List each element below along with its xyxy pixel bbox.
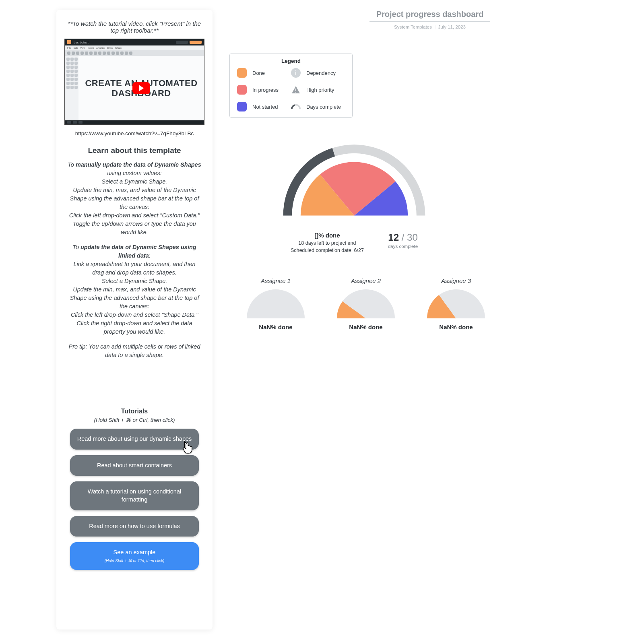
days-complete-value: 12 / 30 [388,232,418,243]
assignee-3: Assignee 3 NaN% done [422,277,490,330]
page-meta: System Templates | July 11, 2023 [225,25,634,29]
assignee-row: Assignee 1 NaN% done Assignee 2 NaN% don… [242,277,634,330]
swatch-notstarted-icon [237,102,247,111]
project-gauge: []% done 18 days left to project end Sch… [282,142,427,253]
assignee-stat: NaN% done [242,324,310,330]
assignee-stat: NaN% done [332,324,400,330]
legend-in-progress: In progress [237,85,291,95]
completion-date-label: Scheduled completion date: 6/27 [291,248,364,253]
assignee-name: Assignee 3 [422,277,490,284]
pointer-cursor-icon [180,440,194,455]
info-panel: **To watch the tutorial video, click "Pr… [56,10,213,630]
tutorial-smart-containers-button[interactable]: Read about smart containers [70,455,199,476]
legend-box: Legend Done In progress Not started [229,54,353,118]
gauge-chart [282,142,427,221]
tutorial-video-thumb[interactable]: Lucidchart File Edit View Insert Arrange… [64,39,204,125]
instructions-protip: Pro tip: You can add multiple cells or r… [67,343,202,359]
dashboard-area: Project progress dashboard System Templa… [222,10,644,630]
video-footer [65,120,204,124]
gauge-icon [291,102,301,111]
legend-high-priority: High priority [291,85,345,95]
learn-heading: Learn about this template [64,146,204,155]
svg-rect-0 [295,89,296,91]
legend-done: Done [237,68,291,78]
tutorials-subtext: (Hold Shift + ⌘ or Ctrl, then click) [64,417,204,423]
swatch-done-icon [237,68,247,78]
video-toolbar [65,50,204,56]
swatch-inprogress-icon [237,85,247,95]
tutorial-formulas-button[interactable]: Read more on how to use formulas [70,516,199,537]
instructions-linked: To update the data of Dynamic Shapes usi… [67,243,202,336]
tutorial-dynamic-shapes-button[interactable]: Read more about using our dynamic shapes [70,429,199,450]
legend-title: Legend [237,58,345,64]
info-icon: i [291,68,301,78]
tutorials-heading: Tutorials [64,408,204,415]
assignee-name: Assignee 1 [242,277,310,284]
see-example-button[interactable]: See an example (Hold Shift + ⌘ or Ctrl, … [70,542,199,570]
page-title: Project progress dashboard [369,10,490,22]
legend-dependency: i Dependency [291,68,345,78]
assignee-stat: NaN% done [422,324,490,330]
assignee-name: Assignee 2 [332,277,400,284]
video-url[interactable]: https://www.youtube.com/watch?v=7qFhoy8b… [64,130,204,136]
percent-done-label: []% done [291,232,364,239]
svg-rect-1 [295,92,296,93]
video-shape-palette [65,56,78,120]
tutorial-conditional-formatting-button[interactable]: Watch a tutorial on using conditional fo… [70,481,199,510]
instructions-manual: To manually update the data of Dynamic S… [67,161,202,237]
assignee-gauge [246,288,306,320]
play-icon[interactable] [132,82,150,94]
assignee-gauge [336,288,396,320]
assignee-1: Assignee 1 NaN% done [242,277,310,330]
assignee-2: Assignee 2 NaN% done [332,277,400,330]
video-menubar: File Edit View Insert Arrange Draw Share [65,45,204,50]
warning-icon [291,85,301,95]
video-titlebar: Lucidchart [65,39,204,45]
days-left-label: 18 days left to project end [291,240,364,246]
legend-not-started: Not started [237,102,291,111]
present-note: **To watch the tutorial video, click "Pr… [68,20,201,34]
legend-days-complete: Days complete [291,102,345,111]
days-complete-label: days complete [388,244,418,249]
assignee-gauge [426,288,486,320]
